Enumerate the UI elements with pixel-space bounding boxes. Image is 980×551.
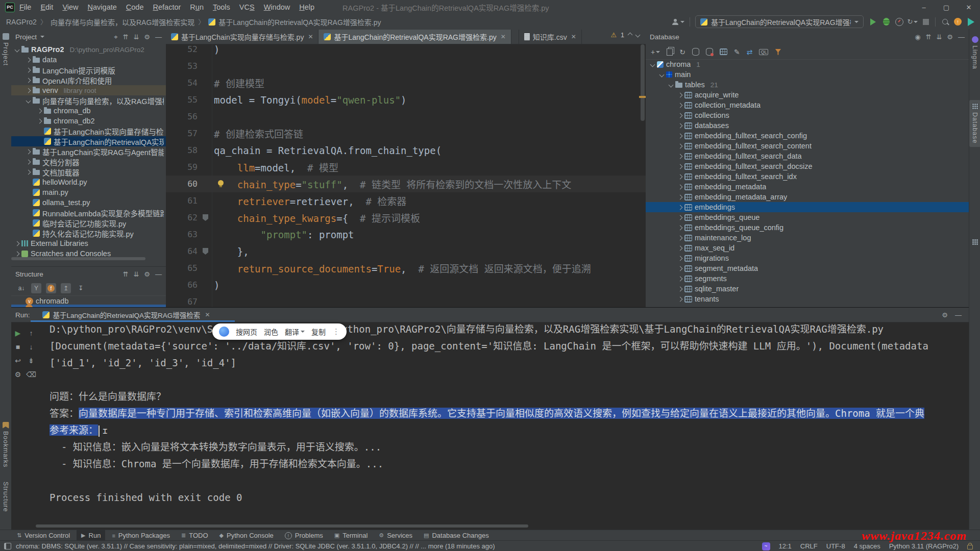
project-tree-item[interactable]: venvlibrary root [11, 85, 166, 95]
tool-window-button-todo[interactable]: ≣TODO [177, 530, 213, 541]
indent-style[interactable]: 4 spaces [854, 542, 880, 550]
code-line[interactable]: 64 }, [166, 243, 646, 260]
stop-button[interactable] [922, 18, 930, 26]
tool-window-button-services[interactable]: ⚙Services [374, 530, 417, 541]
table-row[interactable]: sqlite_master [646, 284, 969, 294]
console-line[interactable] [50, 371, 969, 388]
maximize-button[interactable]: ▢ [935, 0, 958, 14]
status-message[interactable]: chroma: DBMS: SQLite (ver. 3.51.1) // Ca… [16, 542, 495, 550]
chevron-down-icon[interactable] [669, 82, 674, 87]
tool-window-button-python-console[interactable]: ◆Python Console [215, 530, 278, 541]
gear-icon[interactable]: ⚙ [144, 271, 150, 278]
menu-item-tools[interactable]: Tools [208, 3, 235, 11]
chevron-right-icon[interactable] [678, 296, 683, 302]
chevron-right-icon[interactable] [15, 241, 20, 246]
code-line[interactable]: 55model = Tongyi(model="qwen-plus") [166, 91, 646, 108]
refresh-button[interactable]: ↻ [679, 48, 685, 56]
console-line[interactable]: Process finished with exit code 0 [50, 489, 969, 506]
code-line[interactable]: 62 chain_type_kwargs={ # 提示词模板 [166, 209, 646, 226]
chevron-right-icon[interactable] [37, 118, 42, 123]
chevron-right-icon[interactable] [678, 194, 683, 199]
project-tree-item[interactable]: data [11, 55, 166, 65]
close-icon[interactable]: ✕ [501, 33, 506, 40]
chevron-down-icon[interactable] [40, 36, 44, 38]
code-line[interactable]: 53 [166, 58, 646, 74]
editor-code[interactable]: 52)5354# 创建模型55model = Tongyi(model="qwe… [166, 41, 646, 310]
editor-tab[interactable]: 基于LangChain实现向量存储与检索.py✕ [166, 30, 318, 44]
project-tree-item[interactable]: main.py [11, 187, 166, 197]
chevron-right-icon[interactable] [678, 184, 683, 189]
run-tab[interactable]: 基于LangChain的RetrievalQA实现RAG增强检索 ✕ [42, 310, 210, 320]
console-line[interactable]: D:\python_pro\RAGPro2\venv\Scripts\pytho… [50, 321, 969, 338]
menu-item-file[interactable]: File [15, 3, 36, 11]
web-console-button[interactable]: ◉ [915, 34, 920, 40]
chevron-right-icon[interactable] [678, 123, 683, 128]
edit-button[interactable]: ✎ [734, 48, 740, 56]
gear-icon[interactable]: ⚙ [144, 34, 150, 40]
code-line[interactable]: 59 llm=model, # 模型 [166, 159, 646, 176]
close-icon[interactable]: ✕ [308, 33, 313, 40]
tool-window-button-packages[interactable]: ≡Python Packages [107, 530, 175, 541]
chevron-right-icon[interactable] [678, 174, 683, 179]
project-tree-item[interactable]: chroma_db [11, 106, 166, 116]
chevron-right-icon[interactable] [678, 113, 683, 118]
new-datasource-button[interactable]: + [651, 48, 660, 56]
menu-item-code[interactable]: Code [121, 3, 149, 11]
collapse-all-button[interactable]: ⇊ [133, 271, 139, 278]
editor-vscrollbar[interactable] [641, 44, 645, 121]
menu-item-window[interactable]: Window [259, 3, 295, 11]
tool-button-project[interactable]: Project [0, 33, 11, 66]
project-tree-item[interactable]: OpenAI库介绍和使用 [11, 75, 166, 85]
ql-console-button[interactable]: QL [759, 49, 768, 55]
tool-button-database[interactable]: Database [969, 100, 980, 147]
table-row[interactable]: max_seq_id [646, 243, 969, 253]
project-hscrollbar[interactable] [11, 257, 145, 260]
share-button[interactable] [672, 19, 684, 25]
expand-all-button[interactable]: ⇈ [123, 271, 129, 278]
chevron-right-icon[interactable] [678, 286, 683, 291]
chevron-right-icon[interactable] [678, 235, 683, 240]
encoding[interactable]: UTF-8 [826, 542, 845, 550]
up-stacktrace-button[interactable]: ↑ [30, 329, 33, 337]
caret-position[interactable]: 12:1 [779, 542, 792, 550]
clear-console-button[interactable]: ⌫ [26, 370, 36, 379]
code-line[interactable]: 57# 创建检索式回答链 [166, 125, 646, 142]
chevron-down-icon[interactable] [15, 47, 20, 52]
table-row[interactable]: embedding_fulltext_search_data [646, 151, 969, 161]
table-row[interactable]: embedding_fulltext_search_docsize [646, 161, 969, 171]
console-line[interactable]: 问题：什么是向量数据库？ [50, 388, 969, 405]
popup-item-translate[interactable]: 翻译 [285, 327, 305, 337]
tool-window-button-terminal[interactable]: ▣Terminal [330, 530, 373, 541]
project-tree-item[interactable]: 文档分割器 [11, 157, 166, 167]
show-fields-button[interactable]: f [46, 283, 56, 293]
menu-item-help[interactable]: Help [295, 3, 319, 11]
code-line[interactable]: 61 retriever=retriever, # 检索器 [166, 192, 646, 209]
chevron-right-icon[interactable] [678, 133, 683, 138]
lock-icon[interactable] [967, 545, 973, 549]
hide-panel-button[interactable]: — [955, 312, 962, 318]
chevron-right-icon[interactable] [678, 276, 683, 281]
breadcrumb-segment[interactable]: RAGPro2 [6, 18, 37, 26]
table-row[interactable]: main [646, 69, 969, 80]
chevron-right-icon[interactable] [26, 149, 31, 154]
line-ending[interactable]: CRLF [800, 542, 818, 550]
datasource-properties-button[interactable] [692, 48, 699, 56]
profiler-button[interactable] [895, 18, 903, 26]
chevron-right-icon[interactable] [26, 57, 31, 62]
chevron-down-icon[interactable] [659, 72, 665, 77]
editor[interactable]: 52)5354# 创建模型55model = Tongyi(model="qwe… [166, 29, 646, 307]
breadcrumb-segment[interactable]: 向量存储与向量检索，以及RAG增强检索实现 [51, 17, 194, 27]
gear-icon[interactable]: ⚙ [942, 312, 948, 318]
code-line[interactable]: 65 return_source_documents=True, # 返回源文档… [166, 260, 646, 277]
chevron-right-icon[interactable] [15, 251, 20, 256]
expand-all-button[interactable]: ⇈ [123, 34, 129, 40]
code-line[interactable]: 58qa_chain = RetrievalQA.from_chain_type… [166, 142, 646, 159]
expand-all-button[interactable]: ⇈ [926, 34, 932, 40]
rerun-button[interactable]: ▶ [15, 329, 21, 337]
project-tree-item[interactable]: 基于LangChain实现向量存储与检索.py [11, 126, 166, 136]
console-line[interactable]: - 知识信息：嵌入向量是将文本转换为数字向量表示，用于语义搜索。... [50, 439, 969, 456]
console-output[interactable]: D:\python_pro\RAGPro2\venv\Scripts\pytho… [50, 321, 969, 525]
table-row[interactable]: collection_metadata [646, 100, 969, 110]
tool-window-button-vcs[interactable]: ⇅Version Control [12, 530, 75, 541]
console-line[interactable]: ['id_1', 'id_2', 'id_3', 'id_4'] [50, 355, 969, 371]
